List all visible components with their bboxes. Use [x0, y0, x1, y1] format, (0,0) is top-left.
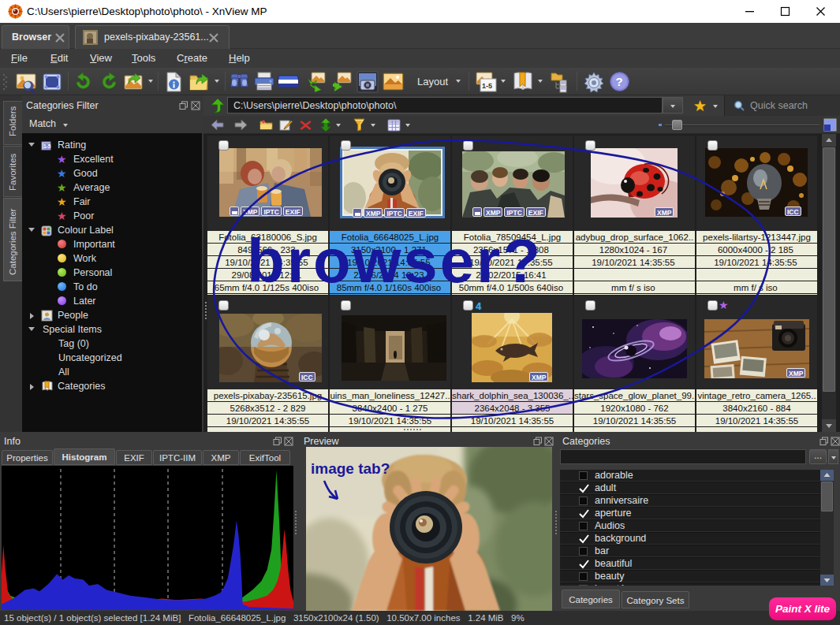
svg-text:Favorites: Favorites [8, 153, 17, 191]
svg-text:?: ? [616, 75, 623, 88]
svg-text:1-5: 1-5 [43, 143, 51, 149]
svg-text:Categories Filter: Categories Filter [8, 208, 17, 275]
svg-text:1-5: 1-5 [482, 82, 492, 90]
svg-text:Folders: Folders [8, 106, 17, 136]
